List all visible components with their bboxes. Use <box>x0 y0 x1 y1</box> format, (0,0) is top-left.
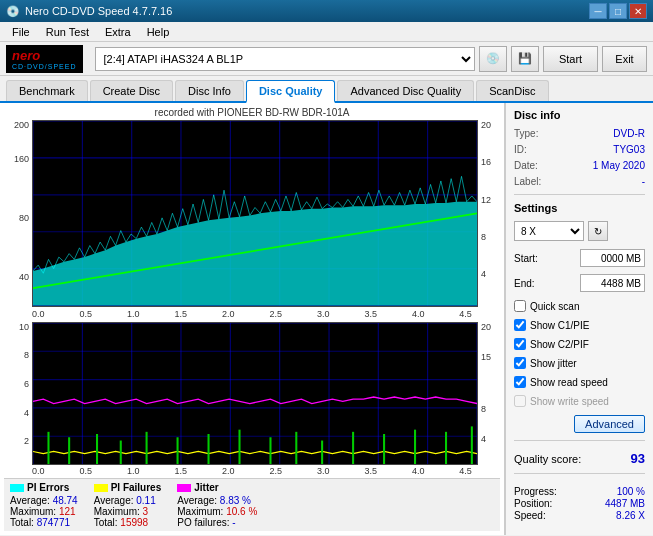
start-mb-row: Start: <box>514 249 645 267</box>
pi-failures-total-row: Total: 15998 <box>94 517 162 528</box>
save-button[interactable]: 💾 <box>511 46 539 72</box>
progress-row: Progress: 100 % <box>514 486 645 497</box>
start-mb-input[interactable] <box>580 249 645 267</box>
show-c2-label: Show C2/PIF <box>530 339 589 350</box>
stats-bar: PI Errors Average: 48.74 Maximum: 121 To… <box>4 478 500 531</box>
logo: nero CD·DVD/SPEED <box>6 45 83 73</box>
show-c2-row: Show C2/PIF <box>514 338 645 350</box>
quick-scan-checkbox[interactable] <box>514 300 526 312</box>
pi-errors-avg-row: Average: 48.74 <box>10 495 78 506</box>
tab-create-disc[interactable]: Create Disc <box>90 80 173 101</box>
pi-failures-max-row: Maximum: 3 <box>94 506 162 517</box>
show-jitter-label: Show jitter <box>530 358 577 369</box>
id-row: ID: TYG03 <box>514 144 645 155</box>
progress-section: Progress: 100 % Position: 4487 MB Speed:… <box>514 485 645 522</box>
lower-chart <box>32 322 478 465</box>
tab-advanced-disc-quality[interactable]: Advanced Disc Quality <box>337 80 474 101</box>
menu-run-test[interactable]: Run Test <box>38 24 97 40</box>
show-c1-label: Show C1/PIE <box>530 320 589 331</box>
show-write-speed-row: Show write speed <box>514 395 645 407</box>
tab-disc-quality[interactable]: Disc Quality <box>246 80 336 103</box>
svg-marker-16 <box>33 202 477 306</box>
speed-stat-row: Speed: 8.26 X <box>514 510 645 521</box>
right-panel: Disc info Type: DVD-R ID: TYG03 Date: 1 … <box>505 103 653 535</box>
menu-bar: File Run Test Extra Help <box>0 22 653 42</box>
tab-disc-info[interactable]: Disc Info <box>175 80 244 101</box>
app-icon: 💿 <box>6 5 20 18</box>
chart-area: recorded with PIONEER BD-RW BDR-101A 200… <box>0 103 505 535</box>
close-button[interactable]: ✕ <box>629 3 647 19</box>
date-row: Date: 1 May 2020 <box>514 160 645 171</box>
minimize-button[interactable]: ─ <box>589 3 607 19</box>
jitter-max-row: Maximum: 10.6 % <box>177 506 257 517</box>
type-row: Type: DVD-R <box>514 128 645 139</box>
advanced-button[interactable]: Advanced <box>574 415 645 433</box>
end-mb-input[interactable] <box>580 274 645 292</box>
quality-score-row: Quality score: 93 <box>514 451 645 466</box>
pi-failures-legend <box>94 484 108 492</box>
refresh-button[interactable]: ↻ <box>588 221 608 241</box>
jitter-stat: Jitter Average: 8.83 % Maximum: 10.6 % P… <box>177 482 257 528</box>
toolbar: nero CD·DVD/SPEED [2:4] ATAPI iHAS324 A … <box>0 42 653 76</box>
speed-select[interactable]: 8 X Max 4 X 16 X <box>514 221 584 241</box>
chart-title: recorded with PIONEER BD-RW BDR-101A <box>4 107 500 118</box>
window-controls: ─ □ ✕ <box>589 3 647 19</box>
pi-failures-stat: PI Failures Average: 0.11 Maximum: 3 Tot… <box>94 482 162 528</box>
quality-score-label: Quality score: <box>514 453 581 465</box>
lower-y-right: 20 15 8 4 <box>478 322 500 465</box>
jitter-label: Jitter <box>194 482 218 493</box>
show-jitter-checkbox[interactable] <box>514 357 526 369</box>
menu-help[interactable]: Help <box>139 24 178 40</box>
lower-y-left: 10 8 6 4 2 <box>4 322 32 465</box>
show-read-speed-row: Show read speed <box>514 376 645 388</box>
show-c1-checkbox[interactable] <box>514 319 526 331</box>
tab-scan-disc[interactable]: ScanDisc <box>476 80 548 101</box>
title-bar: 💿 Nero CD-DVD Speed 4.7.7.16 ─ □ ✕ <box>0 0 653 22</box>
tab-bar: Benchmark Create Disc Disc Info Disc Qua… <box>0 76 653 103</box>
exit-button[interactable]: Exit <box>602 46 647 72</box>
show-write-speed-label: Show write speed <box>530 396 609 407</box>
show-write-speed-checkbox[interactable] <box>514 395 526 407</box>
quality-score-value: 93 <box>631 451 645 466</box>
show-read-speed-checkbox[interactable] <box>514 376 526 388</box>
start-button[interactable]: Start <box>543 46 598 72</box>
show-c2-checkbox[interactable] <box>514 338 526 350</box>
show-read-speed-label: Show read speed <box>530 377 608 388</box>
maximize-button[interactable]: □ <box>609 3 627 19</box>
disc-info-title: Disc info <box>514 109 645 121</box>
position-row: Position: 4487 MB <box>514 498 645 509</box>
show-c1-row: Show C1/PIE <box>514 319 645 331</box>
menu-file[interactable]: File <box>4 24 38 40</box>
label-row: Label: - <box>514 176 645 187</box>
pi-failures-avg-row: Average: 0.11 <box>94 495 162 506</box>
upper-y-right: 20 16 12 8 4 <box>478 120 500 307</box>
drive-select[interactable]: [2:4] ATAPI iHAS324 A BL1P <box>95 47 475 71</box>
settings-title: Settings <box>514 202 645 214</box>
disc-button[interactable]: 💿 <box>479 46 507 72</box>
jitter-legend <box>177 484 191 492</box>
jitter-avg-row: Average: 8.83 % <box>177 495 257 506</box>
pi-errors-label: PI Errors <box>27 482 69 493</box>
tab-benchmark[interactable]: Benchmark <box>6 80 88 101</box>
quick-scan-row: Quick scan <box>514 300 645 312</box>
pi-failures-label: PI Failures <box>111 482 162 493</box>
pi-errors-total-row: Total: 874771 <box>10 517 78 528</box>
upper-y-left: 200 160 80 40 <box>4 120 32 307</box>
quick-scan-label: Quick scan <box>530 301 579 312</box>
jitter-po-row: PO failures: - <box>177 517 257 528</box>
show-jitter-row: Show jitter <box>514 357 645 369</box>
title-bar-text: Nero CD-DVD Speed 4.7.7.16 <box>25 5 172 17</box>
end-mb-row: End: <box>514 274 645 292</box>
pi-errors-legend <box>10 484 24 492</box>
pi-errors-max-row: Maximum: 121 <box>10 506 78 517</box>
pi-errors-stat: PI Errors Average: 48.74 Maximum: 121 To… <box>10 482 78 528</box>
menu-extra[interactable]: Extra <box>97 24 139 40</box>
upper-chart <box>32 120 478 307</box>
main-content: recorded with PIONEER BD-RW BDR-101A 200… <box>0 103 653 535</box>
speed-row: 8 X Max 4 X 16 X ↻ <box>514 221 645 241</box>
